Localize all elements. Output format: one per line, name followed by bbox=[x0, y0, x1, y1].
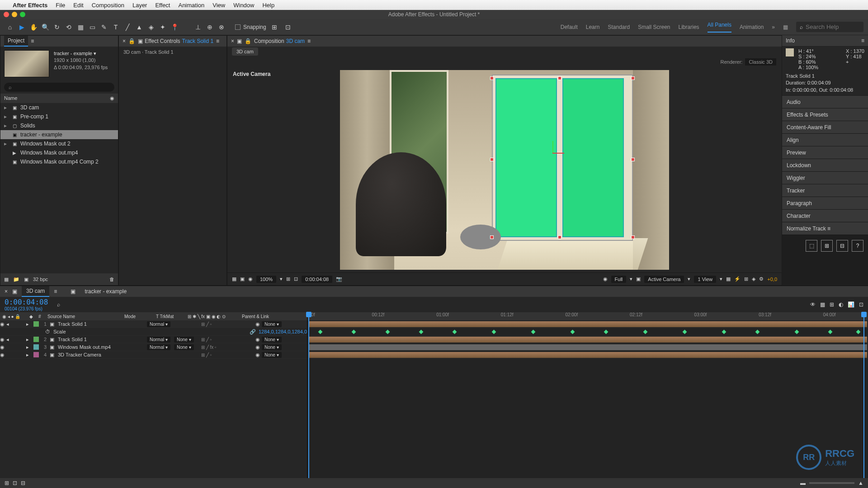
keyframe[interactable] bbox=[828, 330, 833, 334]
side-panel-tracker[interactable]: Tracker bbox=[782, 184, 868, 197]
mask-icon[interactable]: ◉ bbox=[248, 276, 253, 282]
grid-icon[interactable]: ⊞ bbox=[286, 276, 290, 282]
ws-animation[interactable]: Animation bbox=[740, 24, 764, 30]
col-trkmat[interactable]: T TrkMat bbox=[154, 314, 185, 319]
app-name[interactable]: After Effects bbox=[13, 2, 47, 9]
tl-motionblur-icon[interactable]: ◐ bbox=[839, 301, 843, 308]
minimize-icon[interactable] bbox=[12, 12, 17, 17]
delete-icon[interactable]: 🗑 bbox=[109, 277, 114, 282]
puppet-tool-icon[interactable]: 📍 bbox=[169, 22, 180, 33]
tl-graph-icon[interactable]: 📊 bbox=[848, 301, 854, 308]
channel-icon[interactable]: ▣ bbox=[240, 276, 245, 282]
zoom-slider[interactable] bbox=[809, 482, 854, 484]
layer-bar-3[interactable] bbox=[308, 344, 867, 350]
lock-icon[interactable]: 🔒 bbox=[128, 38, 135, 44]
keyframe[interactable] bbox=[794, 330, 799, 334]
side-panel-audio[interactable]: Audio bbox=[782, 96, 868, 108]
res-icon[interactable]: ▾ bbox=[280, 276, 283, 282]
flowchart-icon[interactable]: ◈ bbox=[752, 276, 755, 282]
ws-default[interactable]: Default bbox=[561, 24, 578, 30]
ws-smallscreen[interactable]: Small Screen bbox=[638, 24, 670, 30]
keyframe[interactable] bbox=[419, 330, 424, 334]
layer-row[interactable]: ◉◂▸2▣Track Solid 1Normal ▾None ▾⊞ ╱ ▫◉No… bbox=[0, 336, 307, 343]
current-timecode[interactable]: 0:00:04:08 bbox=[5, 298, 48, 306]
corner-btn-4[interactable]: ? bbox=[852, 240, 863, 252]
search-help[interactable]: ⌕ bbox=[796, 22, 863, 32]
tl-tab-tracker[interactable]: tracker - example bbox=[80, 286, 131, 296]
axis-view-icon[interactable]: ⊗ bbox=[216, 22, 227, 33]
hand-tool-icon[interactable]: ✋ bbox=[28, 22, 39, 33]
panel-menu-icon[interactable]: ≡ bbox=[31, 38, 34, 44]
fx-close-icon[interactable]: × bbox=[123, 38, 126, 44]
toggle-modes-icon[interactable]: ⊡ bbox=[13, 480, 17, 486]
ws-overflow-icon[interactable]: » bbox=[772, 24, 775, 30]
rect-tool-icon[interactable]: ▭ bbox=[87, 22, 98, 33]
layer-bar-1[interactable] bbox=[308, 321, 867, 327]
keyframe[interactable] bbox=[531, 330, 536, 334]
pixel-aspect-icon[interactable]: ▦ bbox=[726, 276, 731, 282]
comp-close-icon[interactable]: × bbox=[231, 38, 234, 44]
keyframe[interactable] bbox=[352, 330, 356, 334]
menu-effect[interactable]: Effect bbox=[155, 2, 170, 9]
fast-preview-icon[interactable]: ⚡ bbox=[734, 276, 741, 282]
alpha-icon[interactable]: ▦ bbox=[232, 276, 236, 282]
keyframe[interactable] bbox=[682, 330, 687, 334]
ws-standard[interactable]: Standard bbox=[608, 24, 630, 30]
keyframe[interactable] bbox=[385, 330, 390, 334]
bpc-toggle[interactable]: 32 bpc bbox=[33, 277, 48, 282]
current-time[interactable]: 0:00:04:08 bbox=[302, 276, 332, 283]
resolution-dropdown[interactable]: Full bbox=[611, 276, 627, 283]
keyframe[interactable] bbox=[604, 330, 609, 334]
keyframe[interactable] bbox=[492, 330, 496, 334]
comp-tab-label[interactable]: Composition bbox=[254, 38, 284, 44]
project-item[interactable]: ▸▢Solids bbox=[0, 121, 118, 130]
toggle-in-out-icon[interactable]: ⊟ bbox=[21, 480, 25, 486]
corner-btn-2[interactable]: ⊞ bbox=[821, 240, 833, 252]
layer-row[interactable]: ◉◂▸1▣Track Solid 1Normal ▾⊞ ╱ ▫◉None ▾ bbox=[0, 320, 307, 328]
side-panel-normalize-track----[interactable]: Normalize Track ≡ bbox=[782, 222, 868, 235]
track-solid-2[interactable] bbox=[562, 78, 624, 237]
close-icon[interactable] bbox=[4, 12, 9, 17]
composition-viewer[interactable]: Active Camera bbox=[227, 67, 782, 272]
project-item[interactable]: ▸▣Windows Mask out 2 bbox=[0, 139, 118, 148]
current-time-indicator[interactable] bbox=[308, 312, 309, 478]
snap-opt1-icon[interactable]: ⊞ bbox=[269, 22, 280, 33]
type-tool-icon[interactable]: T bbox=[110, 22, 121, 33]
layer-property-row[interactable]: ⏱Scale🔗1284,0,1284,0,1284,0 bbox=[0, 328, 307, 336]
side-panel-character[interactable]: Character bbox=[782, 210, 868, 222]
home-icon[interactable]: ⌂ bbox=[5, 22, 15, 33]
axis-world-icon[interactable]: ⊕ bbox=[204, 22, 215, 33]
ws-allpanels[interactable]: All Panels bbox=[708, 22, 731, 33]
timeline-tracks[interactable]: :00f00:12f01:00f01:12f02:00f02:12f03:00f… bbox=[307, 312, 868, 478]
side-panel-paragraph[interactable]: Paragraph bbox=[782, 197, 868, 210]
zoom-out-icon[interactable]: ▬ bbox=[800, 480, 806, 486]
comp-menu-icon[interactable]: ≡ bbox=[307, 38, 311, 44]
tl-draft3d-icon[interactable]: ▦ bbox=[820, 301, 825, 308]
corner-btn-3[interactable]: ⊟ bbox=[836, 240, 848, 252]
corner-btn-1[interactable]: ⬚ bbox=[806, 240, 817, 252]
keyframe[interactable] bbox=[755, 330, 760, 334]
camera-dropdown[interactable]: Active Camera bbox=[644, 276, 684, 283]
col-parent[interactable]: Parent & Link bbox=[240, 314, 285, 319]
keyframe[interactable] bbox=[722, 330, 726, 334]
axis-local-icon[interactable]: ⊥ bbox=[193, 22, 203, 33]
project-item[interactable]: ▶Windows Mask out.mp4 bbox=[0, 148, 118, 157]
col-label-icon[interactable]: ◉ bbox=[110, 95, 114, 101]
menu-animation[interactable]: Animation bbox=[178, 2, 204, 9]
menu-edit[interactable]: Edit bbox=[73, 2, 83, 9]
tl-tab-3dcam[interactable]: 3D cam bbox=[22, 286, 49, 297]
clone-tool-icon[interactable]: ▲ bbox=[134, 22, 145, 33]
snapshot-icon[interactable]: 📷 bbox=[336, 276, 342, 282]
interpret-icon[interactable]: ▦ bbox=[4, 277, 9, 282]
color-mgmt-icon[interactable]: ◉ bbox=[603, 276, 608, 282]
zoom-dropdown[interactable]: 100% bbox=[256, 276, 276, 283]
snapping-checkbox[interactable] bbox=[235, 24, 241, 30]
fx-menu-icon[interactable]: ≡ bbox=[216, 38, 219, 44]
ws-reset-icon[interactable]: ▦ bbox=[783, 24, 788, 30]
pen-tool-icon[interactable]: ✎ bbox=[99, 22, 109, 33]
keyframe[interactable] bbox=[318, 330, 322, 334]
brush-tool-icon[interactable]: ╱ bbox=[122, 22, 133, 33]
zoom-tool-icon[interactable]: 🔍 bbox=[40, 22, 51, 33]
project-item[interactable]: ▸▣Pre-comp 1 bbox=[0, 112, 118, 121]
search-input[interactable] bbox=[806, 23, 860, 30]
